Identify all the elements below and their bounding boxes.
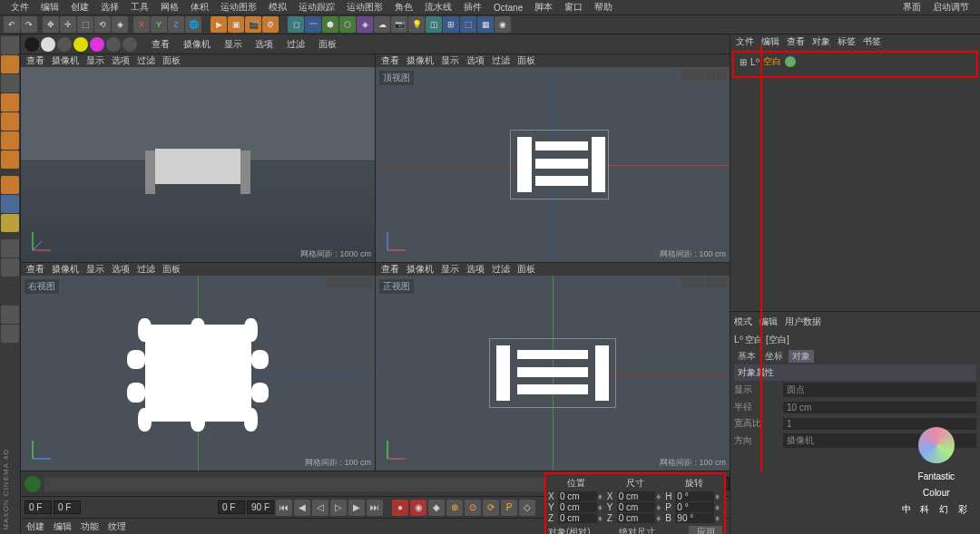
soft-sel-button[interactable] [1,258,19,277]
lock-y-button[interactable]: Y [151,16,167,33]
locksel-button[interactable] [1,239,19,257]
menu-interface[interactable]: 界面 [897,0,926,15]
extra-button[interactable] [1,325,19,343]
menu-track[interactable]: 运动跟踪 [293,0,340,15]
workplane-button[interactable] [1,93,19,112]
point-mode-button[interactable] [1,112,19,131]
texture-mode-button[interactable] [1,74,19,92]
poly-mode-button[interactable] [1,150,19,169]
size-y-input[interactable]: 0 cm [617,502,656,512]
move-button[interactable]: ✛ [60,16,76,33]
lastused-button[interactable]: ◈ [112,16,128,33]
viewtool-button[interactable] [1,195,19,213]
size-x-input[interactable]: 0 cm [617,491,656,501]
frame-preview-start-input[interactable]: 0 F [218,500,245,514]
viewport-top[interactable]: 查看摄像机显示选项过滤面板 顶视图 [376,54,730,262]
goto-start-button[interactable]: ⏮ [276,500,292,516]
rot-p-input[interactable]: 0 ° [675,502,714,512]
pos-z-input[interactable]: 0 cm [558,513,597,523]
frame-cur-input[interactable]: 0 F [54,500,81,514]
coord-mode-select[interactable]: 对象(相对) [548,526,615,534]
record-button[interactable]: ● [392,500,408,516]
key-rot-button[interactable]: ⟳ [483,500,499,516]
menu-mograph2[interactable]: 运动图形 [341,0,388,15]
menu-window[interactable]: 窗口 [559,0,588,15]
rv-bg-gray-button[interactable] [57,37,72,52]
goto-end-button[interactable]: ⏭ [367,500,383,516]
tab-coord[interactable]: 坐标 [761,350,787,363]
step-back-button[interactable]: ◀ [294,500,310,516]
objmgr-view[interactable]: 查看 [787,35,805,48]
render-view-button[interactable]: ▶ [211,16,227,33]
lock-x-button[interactable]: X [133,16,150,33]
size-z-input[interactable]: 0 cm [617,513,656,523]
menu-octane[interactable]: Octane [488,2,528,14]
xref-button[interactable] [1,306,19,324]
render-region-button[interactable]: ▣ [228,16,244,33]
render-pictureview-button[interactable]: 🎬 [245,16,261,33]
frame-start-input[interactable]: 0 F [24,500,52,514]
visibility-dots-icon[interactable] [785,56,796,67]
menu-edit[interactable]: 编辑 [35,0,64,15]
camera-button[interactable]: 📷 [391,16,407,33]
menu-char[interactable]: 角色 [389,0,418,15]
effector-button[interactable]: ⬚ [460,16,476,33]
apply-button[interactable]: 应用 [689,526,722,534]
object-hierarchy[interactable]: ⊞ L⁰ 空白 [732,51,978,78]
menu-volume[interactable]: 体积 [185,0,214,15]
rv-bg-black-button[interactable] [24,37,39,52]
light-button[interactable]: 💡 [408,16,425,33]
redo-button[interactable]: ↷ [21,16,37,33]
vp-menu-view[interactable]: 查看 [146,39,175,49]
objmgr-edit[interactable]: 编辑 [761,35,779,48]
tab-basic[interactable]: 基本 [734,350,760,363]
play-forward-button[interactable]: ▷ [330,500,347,516]
rv-bg-white-button[interactable] [41,37,55,52]
vp-menu-display[interactable]: 显示 [219,39,248,49]
menu-mograph[interactable]: 运动图形 [215,0,262,15]
rv-opt1-button[interactable] [106,37,121,52]
step-fwd-button[interactable]: ▶ [348,500,365,516]
menu-help[interactable]: 帮助 [589,0,618,15]
pos-y-input[interactable]: 0 cm [558,502,597,512]
undo-button[interactable]: ↶ [4,16,20,33]
deformer-button[interactable]: ◈ [357,16,373,33]
cloner-button[interactable]: ⊞ [443,16,459,33]
subdivision-button[interactable]: ⬡ [339,16,356,33]
mat-func[interactable]: 功能 [81,520,99,533]
rv-opt2-button[interactable] [122,37,137,52]
menu-plugin[interactable]: 插件 [458,0,487,15]
menu-select[interactable]: 选择 [95,0,124,15]
display-select[interactable]: 圆点 [783,383,976,397]
timeline-playhead-icon[interactable] [24,476,41,492]
key-param-button[interactable]: P [501,500,517,516]
mat-edit[interactable]: 编辑 [54,520,72,533]
makeedit-button[interactable] [1,36,19,54]
cube-primitive-button[interactable]: ◻ [288,16,304,33]
coord-system-button[interactable]: 🌐 [185,16,201,33]
key-pla-button[interactable]: ◇ [519,500,535,516]
menu-create[interactable]: 创建 [65,0,94,15]
rv-hud-icon[interactable] [90,37,104,52]
edge-mode-button[interactable] [1,131,19,150]
viewport-front[interactable]: 查看摄像机显示选项过滤面板 正视图 [376,263,730,471]
menu-file[interactable]: 文件 [5,0,34,15]
select-live-button[interactable]: ✥ [43,16,59,33]
menu-script[interactable]: 脚本 [529,0,558,15]
model-mode-button[interactable] [1,55,19,73]
objmgr-obj[interactable]: 对象 [812,35,830,48]
attr-mode[interactable]: 模式 [734,316,752,328]
voronoi-button[interactable]: ◫ [426,16,442,33]
vp-menu-camera[interactable]: 摄像机 [178,39,216,49]
menu-tools[interactable]: 工具 [125,0,154,15]
environment-button[interactable]: ☁ [374,16,390,33]
rotate-button[interactable]: ⟲ [94,16,111,33]
lock-z-button[interactable]: Z [168,16,184,33]
objmgr-bookmark[interactable]: 书签 [863,35,881,48]
rot-b-input[interactable]: 90 ° [675,513,714,523]
spline-primitive-button[interactable]: 〰 [305,16,321,33]
axis-tweak-button[interactable] [1,176,19,194]
keyframe-sel-button[interactable]: ◆ [428,500,445,516]
mat-tex[interactable]: 纹理 [108,520,126,533]
rot-h-input[interactable]: 0 ° [675,491,714,501]
